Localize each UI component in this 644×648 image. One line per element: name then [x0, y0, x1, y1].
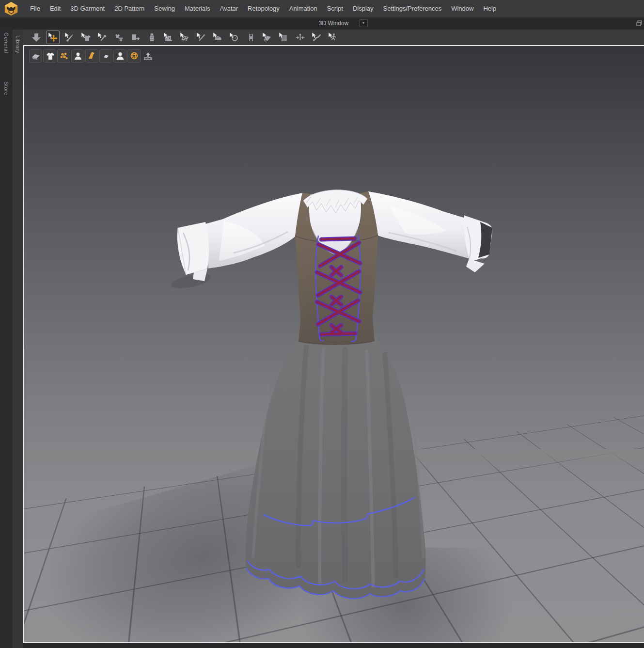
shirt-icon: [80, 32, 92, 43]
grid-slant-icon: [179, 32, 190, 43]
menu-bar: FileEdit3D Garment2D PatternSewingMateri…: [0, 0, 644, 17]
toggle-render-height[interactable]: [141, 49, 155, 63]
viewport-toggle-toolbar: [29, 49, 155, 63]
menu-items: FileEdit3D Garment2D PatternSewingMateri…: [25, 0, 501, 17]
menu-3d-garment[interactable]: 3D Garment: [65, 0, 110, 17]
main-toolbar: [23, 30, 644, 45]
tape-icon: [311, 32, 322, 43]
menu-help[interactable]: Help: [478, 0, 501, 17]
fabric-quad-icon: [262, 32, 273, 43]
menu-animation[interactable]: Animation: [284, 0, 322, 17]
fabric-cube-icon: [30, 50, 41, 62]
tool-avatar-pose[interactable]: [326, 31, 340, 44]
mannequin-icon: [146, 32, 157, 43]
pleats-icon: [278, 32, 289, 43]
sleeve-right: [368, 191, 492, 272]
tool-fabric-piece[interactable]: [260, 31, 274, 44]
menu-retopology[interactable]: Retopology: [243, 0, 284, 17]
toggle-show-particle-mesh[interactable]: [57, 49, 70, 63]
tool-tack[interactable]: [293, 31, 307, 44]
tool-select-brush[interactable]: [63, 31, 76, 44]
needle-thread-icon: [196, 32, 207, 43]
menu-sewing[interactable]: Sewing: [149, 0, 180, 17]
sew-machine-icon: [163, 32, 174, 43]
tshirt-white-icon: [44, 50, 55, 62]
active-window-tab[interactable]: 3D Window: [0, 17, 644, 30]
brush-icon: [64, 32, 75, 43]
tack-arrows-icon: [295, 32, 306, 43]
tool-measure-tape[interactable]: [310, 31, 323, 44]
iron-icon: [212, 32, 223, 43]
bust-icon: [114, 50, 126, 62]
tool-sewing-machine[interactable]: [161, 31, 175, 44]
sidebar-tab-library[interactable]: Library: [15, 35, 21, 53]
skirt: [246, 335, 425, 599]
sidebar-outer-strip: GeneralStore: [0, 30, 13, 648]
sleeve-left: [170, 193, 302, 291]
walker-icon: [328, 32, 339, 43]
toggle-show-garment[interactable]: [43, 49, 56, 63]
arrow-down-icon: [31, 32, 42, 43]
tool-fitting[interactable]: [145, 31, 158, 44]
left-sidebar: GeneralStore Library: [0, 30, 23, 648]
menu-window[interactable]: Window: [446, 0, 478, 17]
toggle-show-fabric-solid[interactable]: [29, 49, 42, 63]
marvelous-designer-window: { "app": { "logo_icon": "brand-hexagon" …: [0, 0, 644, 648]
tool-press-iron[interactable]: [211, 31, 224, 44]
bottom-strip: [23, 643, 644, 648]
menu-2d-pattern[interactable]: 2D Pattern: [110, 0, 149, 17]
ruler-up-icon: [142, 50, 154, 62]
tool-select-garment[interactable]: [79, 31, 93, 44]
app-logo-icon[interactable]: [3, 1, 19, 16]
tool-select-move[interactable]: [46, 31, 60, 44]
tool-pin[interactable]: [95, 31, 109, 44]
tool-zipper[interactable]: [244, 31, 257, 44]
toggle-show-avatar-select[interactable]: [71, 49, 84, 63]
globe-orange-icon: [128, 50, 140, 62]
menu-materials[interactable]: Materials: [180, 0, 215, 17]
tool-export-pattern[interactable]: [128, 31, 142, 44]
window-tab-bar: 3D Window ▾: [0, 17, 644, 30]
toggle-show-avatar[interactable]: [113, 49, 126, 63]
tool-simulate[interactable]: [30, 31, 43, 44]
sidebar-inner-strip: Library: [13, 30, 23, 648]
menu-file[interactable]: File: [25, 0, 45, 17]
toggle-show-wireframe-globe[interactable]: [127, 49, 141, 63]
shirts-two-icon: [113, 32, 125, 43]
button-circle-icon: [229, 32, 240, 43]
tool-edit-mesh-grid[interactable]: [178, 31, 191, 44]
tool-button[interactable]: [227, 31, 241, 44]
toggle-show-fabric-swatch[interactable]: [99, 49, 112, 63]
chevron-down-icon[interactable]: ▾: [359, 19, 368, 27]
viewport-3d[interactable]: [23, 45, 644, 643]
zipper-icon: [245, 32, 256, 43]
tool-pleats[interactable]: [277, 31, 290, 44]
menu-settings-preferences[interactable]: Settings/Preferences: [378, 0, 447, 17]
folded-orange-icon: [86, 50, 97, 62]
menu-avatar[interactable]: Avatar: [215, 0, 243, 17]
garment-render[interactable]: [161, 180, 505, 607]
tool-sew-needle[interactable]: [194, 31, 208, 44]
honeycomb-icon: [58, 50, 69, 62]
bust-cursor-icon: [72, 50, 83, 62]
menu-script[interactable]: Script: [322, 0, 348, 17]
flag-export-icon: [130, 32, 141, 43]
menu-edit[interactable]: Edit: [45, 0, 65, 17]
toggle-show-folded-pattern[interactable]: [85, 49, 98, 63]
tool-move-garments[interactable]: [112, 31, 126, 44]
menu-display[interactable]: Display: [348, 0, 378, 17]
sidebar-tab-store[interactable]: Store: [3, 81, 9, 95]
restore-window-icon[interactable]: [636, 20, 643, 27]
pin-needle-icon: [97, 32, 108, 43]
swatch-icon: [100, 50, 111, 62]
move-cross-icon: [47, 32, 59, 43]
sidebar-tab-general[interactable]: General: [3, 32, 9, 53]
